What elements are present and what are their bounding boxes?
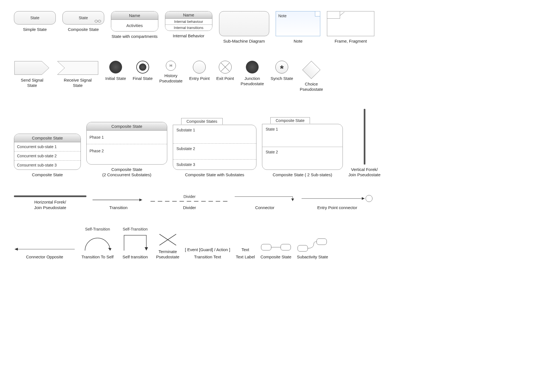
internal-name: Name [165, 11, 212, 19]
trself-caption: Transition To Self [81, 254, 113, 260]
frame-cell: Frame, Fragment [327, 11, 374, 44]
subactivity-caption: Subactivity State [297, 254, 328, 260]
divider-shape [151, 200, 229, 203]
connector-shape [234, 194, 295, 203]
vfork-cell: Vertical Forek/ Join Pseudostate [348, 109, 380, 178]
selftr-caption: Self transition [123, 254, 148, 260]
svg-marker-3 [14, 61, 49, 75]
selftr-label: Self-Transition [123, 227, 148, 231]
cs3-caption: Composite State with Substates [185, 172, 244, 178]
exit-point-cell: Exit Point [216, 61, 234, 81]
textlabel-cell: Text Text Label [236, 247, 255, 260]
frame-caption: Frame, Fragment [334, 38, 367, 44]
final-state-caption: Final State [133, 76, 153, 81]
row-3: Composite State Concurrent sub-state 1 C… [11, 109, 547, 189]
hfork-shape [14, 195, 86, 197]
terminate-shape [158, 233, 178, 247]
svg-marker-16 [108, 248, 111, 251]
submachine-caption: Sub-Machine Diagram [223, 38, 265, 44]
cs3-cell: Composite States Substate 1 Substate 2 S… [173, 125, 256, 178]
composite-state-shape: State [62, 11, 104, 24]
compartments-caption: State with compartments [111, 34, 157, 39]
transition-cell: Transition [92, 197, 145, 210]
cs2-shape: Composite State Phase 1 Phase 2 [86, 122, 167, 165]
compartments-shape: Name Activities [111, 11, 158, 31]
svg-point-13 [366, 195, 372, 202]
composite-state-caption: Composite State [68, 27, 99, 32]
terminate-caption: Terminate Pseudostate [156, 249, 179, 260]
compstate-small-caption: Composite State [260, 254, 291, 260]
note-cell: Note Note [276, 11, 320, 44]
svg-marker-12 [362, 197, 365, 200]
frame-shape [327, 11, 374, 36]
cs1-caption: Composite State [32, 172, 63, 178]
synch-shape: * [275, 61, 288, 74]
internal-behavior-shape: Name Internal behaviour Internal transit… [165, 11, 212, 31]
simple-state-cell: State Simple State [14, 11, 56, 32]
history-cell: H History Pseudostate [159, 61, 183, 84]
simple-state-label: State [30, 16, 40, 20]
receive-signal-shape [57, 61, 99, 75]
svg-point-0 [95, 20, 98, 22]
note-caption: Note [294, 38, 303, 44]
final-state-inner [139, 63, 146, 71]
cs2-s2: Phase 2 [87, 144, 167, 164]
hfork-caption: Horizontal Forek/ Join Pseudostate [34, 199, 66, 210]
textlabel-text: Text [241, 247, 249, 252]
compartments-activities: Activities [111, 20, 158, 31]
transition-caption: Transition [109, 205, 127, 210]
connector-cell: Connector [234, 194, 295, 210]
submachine-shape [219, 11, 269, 36]
selftr-cell: Self-Transition Self transition [120, 227, 151, 260]
cs4-caption: Composite State ( 2 Sub-states) [273, 172, 332, 178]
row-1: State Simple State State Composite State… [11, 11, 547, 55]
trtext-cell: [ Event [Guard] / Action ] Transition Te… [185, 247, 230, 260]
synch-caption: Synch State [271, 76, 293, 81]
submachine-cell: Sub-Machine Diagram [219, 11, 269, 44]
cs4-cell: Composite State State 1 State 2 Composit… [262, 124, 343, 178]
trtext-caption: Transition Text [194, 254, 221, 260]
terminate-cell: Terminate Pseudostate [156, 233, 179, 260]
svg-marker-15 [14, 248, 18, 251]
frame-tab-icon [327, 11, 340, 19]
receive-signal-caption: Receive Signal State [64, 77, 92, 88]
frame-cut-icon [340, 12, 344, 16]
selftr-shape [120, 232, 151, 252]
note-text: Note [278, 14, 287, 18]
internal-behavior-caption: Internal Behavior [173, 33, 204, 39]
connector-caption: Connector [255, 205, 274, 210]
history-shape: H [166, 61, 176, 71]
initial-state-shape [109, 61, 122, 74]
send-signal-cell: Send Signal State [14, 61, 50, 88]
history-caption: History Pseudostate [159, 73, 183, 84]
svg-rect-21 [281, 244, 291, 250]
row-4: Horizontal Forek/ Join Pseudostate Trans… [11, 194, 547, 222]
svg-rect-24 [298, 245, 308, 251]
trself-label: Self-Transition [85, 227, 110, 231]
cs3-s2: Substate 2 [173, 144, 256, 160]
internal-row2: Internal transitions [165, 25, 212, 31]
svg-rect-23 [317, 239, 327, 245]
simple-state-caption: Simple State [23, 27, 47, 32]
composite-state-cell: State Composite State [62, 11, 104, 32]
connopp-caption: Connector Opposite [26, 254, 63, 260]
simple-state-shape: State [14, 11, 56, 24]
send-signal-caption: Send Signal State [21, 77, 43, 88]
note-shape: Note [276, 11, 320, 36]
cs1-s2: Concurrent sub-state 2 [14, 151, 81, 161]
cs4-tab: Composite State [270, 117, 310, 124]
composite-state-label: State [79, 16, 88, 20]
cs4-s2: State 2 [262, 147, 343, 170]
svg-marker-6 [139, 199, 142, 201]
subactivity-cell: Subactivity State [297, 238, 328, 260]
cs3-s3: Substate 3 [173, 160, 256, 170]
cs3-tab: Composite States [181, 118, 223, 124]
cs1-shape: Composite State Concurrent sub-state 1 C… [14, 134, 81, 170]
entry-point-cell: Entry Point [189, 61, 210, 81]
cs3-body: Substate 1 Substate 2 Substate 3 [173, 125, 256, 170]
trtext-text: [ Event [Guard] / Action ] [185, 247, 230, 252]
cs1-cell: Composite State Concurrent sub-state 1 C… [14, 134, 81, 178]
connopp-cell: Connector Opposite [14, 246, 75, 260]
initial-state-cell: Initial State [105, 61, 126, 81]
choice-caption: Choice Pseudostate [300, 81, 323, 92]
